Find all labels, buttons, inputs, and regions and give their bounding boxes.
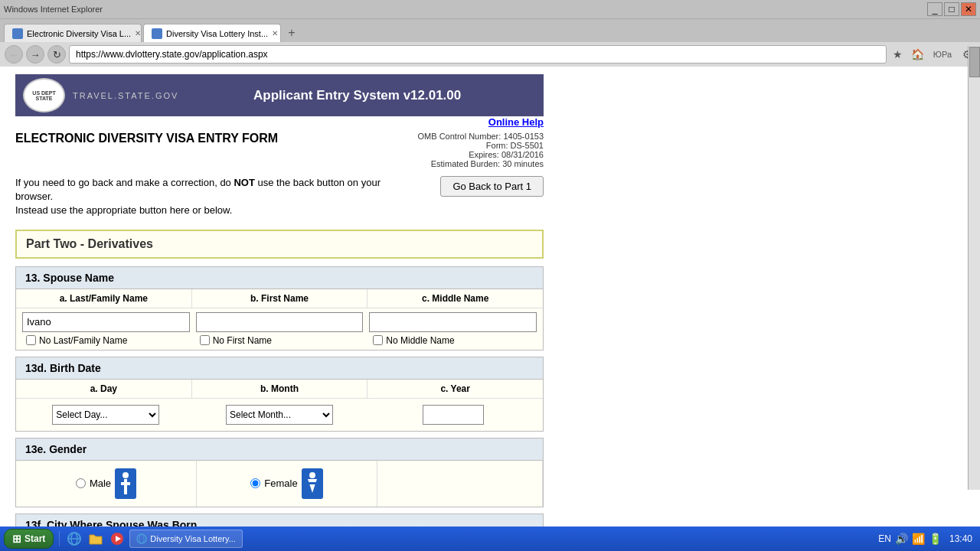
scrollbar-thumb[interactable] [969, 47, 980, 77]
address-bar-row: ← → ↻ ★ 🏠 ЮРа ⚙ [0, 42, 980, 67]
no-middle-name-checkbox[interactable] [373, 335, 383, 345]
gender-header: 13e. Gender [16, 439, 543, 461]
female-icon [302, 468, 323, 499]
month-col: Select Month... JanuaryFebruaryMarchApri… [196, 405, 364, 425]
name-labels-row: a. Last/Family Name b. First Name c. Mid… [16, 289, 543, 308]
home-icon[interactable]: 🏠 [910, 46, 926, 63]
svg-point-0 [122, 472, 129, 478]
new-tab-button[interactable]: + [283, 24, 301, 42]
site-logo: US DEPT STATE [23, 78, 65, 112]
go-back-button[interactable]: Go Back to Part 1 [440, 176, 544, 197]
no-last-name-row: No Last/Family Name [22, 335, 190, 346]
online-help-link[interactable]: Online Help [488, 116, 544, 128]
svg-point-11 [137, 534, 146, 543]
birth-date-labels: a. Day b. Month c. Year [16, 380, 543, 399]
instruction-not: NOT [234, 177, 254, 188]
taskbar-ie-icon[interactable] [65, 530, 83, 548]
scrollbar[interactable] [968, 46, 980, 490]
expires: Expires: 08/31/2016 [418, 150, 544, 159]
female-col: Female [197, 461, 377, 507]
tab-bar: Electronic Diversity Visa L... ✕ Diversi… [0, 19, 980, 42]
browser-window: Windows Internet Explorer _ □ ✕ Electron… [0, 0, 980, 67]
tab-label-1: Electronic Diversity Visa L... [27, 29, 131, 38]
male-radio[interactable] [76, 478, 86, 488]
birth-date-section: 13d. Birth Date a. Day b. Month c. Year … [15, 357, 544, 432]
day-label: a. Day [16, 380, 192, 398]
taskbar-media-icon[interactable] [108, 530, 126, 548]
day-select[interactable]: Select Day... 12345 678910 1112131415 16… [52, 405, 159, 425]
address-input[interactable] [69, 45, 887, 64]
start-button[interactable]: ⊞ Start [4, 529, 54, 549]
online-help-row: Online Help [15, 116, 544, 128]
year-col [369, 405, 537, 425]
form-header-row: ELECTRONIC DIVERSITY VISA ENTRY FORM OMB… [15, 132, 544, 168]
no-last-name-label: No Last/Family Name [39, 335, 127, 346]
part-two-title: Part Two - Derivatives [26, 237, 153, 250]
svg-point-4 [309, 472, 315, 478]
middle-name-col: No Middle Name [369, 312, 537, 346]
minimize-button[interactable]: _ [927, 2, 942, 16]
taskbar-clock: 13:40 [946, 533, 976, 544]
window-controls: _ □ ✕ [927, 2, 976, 16]
tab-electronic-diversity[interactable]: Electronic Diversity Visa L... ✕ [4, 24, 142, 42]
last-name-col: No Last/Family Name [22, 312, 190, 346]
gender-empty-col [377, 461, 543, 507]
taskbar-network-icon: 🔊 [895, 533, 908, 545]
gender-body: Male Female [16, 461, 543, 507]
form-title: ELECTRONIC DIVERSITY VISA ENTRY FORM [15, 132, 278, 145]
no-middle-name-row: No Middle Name [369, 335, 537, 346]
tab-diversity-lottery[interactable]: Diversity Visa Lottery Inst... ✕ [143, 24, 281, 42]
instruction-row: If you need to go back and make a correc… [15, 176, 544, 218]
gender-section: 13e. Gender Male [15, 438, 544, 507]
taskbar-battery-icon: 🔋 [929, 533, 942, 545]
maximize-button[interactable]: □ [944, 2, 959, 16]
favorites-icon[interactable]: ★ [890, 46, 906, 63]
no-last-name-checkbox[interactable] [26, 335, 36, 345]
app-title-area: Applicant Entry System v12.01.00 [178, 88, 536, 103]
tab-close-2[interactable]: ✕ [272, 29, 278, 37]
travel-state-area: TRAVEL.STATE.GOV [73, 91, 178, 100]
birth-date-body: a. Day b. Month c. Year Select Day... 12… [16, 380, 543, 431]
taskbar-right: EN 🔊 📶 🔋 13:40 [878, 533, 976, 545]
refresh-button[interactable]: ↻ [47, 45, 66, 64]
main-content: US DEPT STATE TRAVEL.STATE.GOV Applicant… [0, 67, 559, 551]
year-label: c. Year [368, 380, 543, 398]
first-name-label: b. First Name [192, 289, 368, 308]
close-button[interactable]: ✕ [961, 2, 976, 16]
no-first-name-checkbox[interactable] [200, 335, 210, 345]
taskbar-window-label: Diversity Visa Lottery... [150, 534, 235, 543]
birth-date-header: 13d. Birth Date [16, 357, 543, 380]
tab-favicon-1 [12, 28, 23, 39]
month-select[interactable]: Select Month... JanuaryFebruaryMarchApri… [226, 405, 333, 425]
tab-label-2: Diversity Visa Lottery Inst... [166, 29, 268, 38]
male-col: Male [16, 461, 197, 507]
window-title: Windows Internet Explorer [4, 5, 103, 14]
first-name-input[interactable] [196, 312, 364, 332]
svg-rect-5 [308, 482, 317, 484]
start-label: Start [24, 533, 45, 544]
omb-number: OMB Control Number: 1405-0153 [418, 132, 544, 141]
last-name-label: a. Last/Family Name [16, 289, 192, 308]
tab-close-1[interactable]: ✕ [135, 29, 141, 37]
taskbar-volume-icon: 📶 [912, 533, 925, 545]
taskbar-window-ie[interactable]: Diversity Visa Lottery... [129, 530, 242, 548]
svg-point-12 [139, 534, 144, 543]
female-label: Female [264, 478, 297, 489]
middle-name-input[interactable] [369, 312, 537, 332]
first-name-col: No First Name [196, 312, 364, 346]
taskbar-sep-1 [59, 531, 60, 546]
last-name-input[interactable] [22, 312, 190, 332]
no-middle-name-label: No Middle Name [386, 335, 454, 346]
spouse-name-header: 13. Spouse Name [16, 267, 543, 289]
middle-name-label: c. Middle Name [368, 289, 543, 308]
back-button[interactable]: ← [5, 45, 23, 64]
taskbar-folder-icon[interactable] [87, 530, 105, 548]
instruction-text: If you need to go back and make a correc… [15, 176, 383, 218]
female-radio[interactable] [250, 478, 260, 488]
male-icon [115, 468, 136, 499]
forward-button[interactable]: → [26, 45, 44, 64]
form-ds: Form: DS-5501 [418, 141, 544, 150]
part-two-section: Part Two - Derivatives [15, 230, 544, 259]
year-input[interactable] [423, 405, 484, 425]
tab-favicon-2 [152, 28, 162, 39]
